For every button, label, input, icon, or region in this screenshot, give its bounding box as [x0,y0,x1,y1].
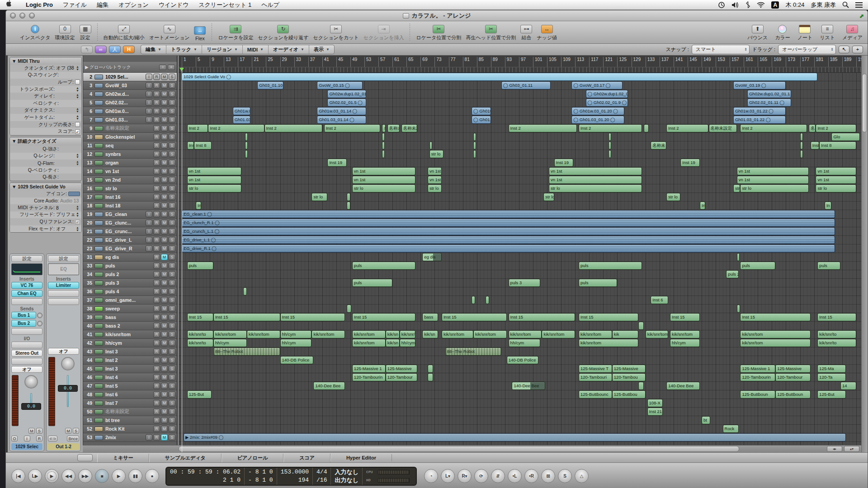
solo-button[interactable]: S [169,74,175,80]
track-header-20[interactable]: 20EG_clunc...IRMS [83,219,177,227]
track-header-34[interactable]: 34puls 2RMS [83,270,177,279]
region-Inst-2[interactable]: Inst 2 [187,124,208,132]
close-button[interactable] [10,13,16,19]
adv-quantize-row[interactable]: Q-レンジ:▲ ▼ [10,153,81,160]
record-enable-button[interactable]: R [153,82,160,89]
region-14[interactable]: 14 [840,382,856,390]
region-fragment[interactable] [473,141,476,150]
minimize-button[interactable] [19,13,25,19]
region-kik[interactable]: kik [612,330,638,338]
region-EG_clunch_R.1-◯[interactable]: EG_clunch_R.1 ◯ [182,219,835,227]
tuner-button[interactable]: ◔ [424,469,438,483]
region-fragment[interactable] [243,287,247,296]
region-fragment[interactable] [609,133,611,141]
region-kik/snr/tom[interactable]: kik/snr/tom [509,330,542,338]
solo-button[interactable]: S [169,202,175,209]
track-lane-9[interactable]: Inst 2Inst 2Inst 2Inst 2名名称未名称未設定Inst 2I… [179,124,861,133]
track-lane-19[interactable]: EG_clean.1 ◯ [179,210,861,219]
global-add-icon[interactable]: + [159,65,166,70]
menu-edit[interactable]: 編集 [92,0,113,10]
track-header-48[interactable]: 48Inst 6RMS [83,390,177,399]
region-125-Massive-T[interactable]: 125-Massive T [579,365,612,373]
region-Inst-2[interactable]: Inst 2 [509,124,577,132]
fullscreen-icon[interactable]: ⬈ [859,13,864,19]
record-enable-button[interactable]: R [153,331,160,338]
track-param-row[interactable]: フリーズモード:プリフェ・▲ ▼ [10,211,81,219]
region-puls[interactable]: puls [352,262,415,270]
midi-thru-row[interactable]: トランスポーズ:▲ ▼ [10,86,81,93]
region-Inst-8[interactable]: Inst 8 [194,141,212,150]
region-vn-1st[interactable]: vn 1st [549,176,642,184]
track-lane-41[interactable]: kik/snr/tokik/snr/tomkik/snr/tomhh/cymki… [179,330,861,339]
region-120-Ta[interactable]: 120-Ta [817,373,845,381]
track-lane-48[interactable]: 125-But125-Buttbounc125-Buttbou125-Buttb… [179,390,861,399]
insert-slot-vc76[interactable]: VC 76 [11,282,42,289]
mute-button[interactable]: M [161,99,168,106]
region-名称未[interactable]: 名称未 [387,124,400,132]
region-In[interactable]: In [825,202,832,210]
region-125-But[interactable]: 125-But [817,390,845,399]
region-1029-Select-Guide-Vo-◯[interactable]: 1029 Select Guide Vo ◯ [182,73,817,81]
midi-thru-row[interactable]: スコア:✓ [10,128,81,135]
mute-button[interactable]: M [161,254,168,260]
region-GvoW_03.15-◯[interactable]: GvoW_03.15 ◯ [317,81,363,89]
midi-thru-row[interactable]: ゲートタイム:▲ ▼ [10,114,81,121]
region-Inst-15[interactable]: Inst 15 [187,313,213,321]
play-button[interactable]: ▶ [112,469,126,483]
colors-button[interactable]: カラー [774,24,792,42]
track-header-6[interactable]: 6Gh01w.0...IRMS [83,107,177,116]
region-125-Buttbou[interactable]: 125-Buttbou [612,390,646,399]
region-kik/snr/tom[interactable]: kik/snr/tom [400,330,415,338]
mute-button[interactable]: M [161,357,168,363]
inspector-button[interactable]: iインスペクタ [19,24,52,42]
track-name[interactable]: Inst 18 [105,203,152,208]
record-enable-button[interactable]: R [153,237,160,243]
local-menu-オーディオ[interactable]: オーディオ▼ [269,45,309,54]
record-enable-button[interactable]: R [153,357,160,363]
track-header-13[interactable]: 13organRMS [83,159,177,167]
solo-button[interactable]: S [169,391,175,398]
mute-button[interactable]: M [161,348,168,355]
solo-button[interactable]: S [169,434,175,441]
cycle-button[interactable]: ⟳ [474,469,488,483]
region-125-Buttboun[interactable]: 125-Buttboun [775,390,811,399]
playhead-marker[interactable] [179,68,184,71]
track-lane-20[interactable]: EG_clunch_R.1 ◯ [179,219,861,227]
region-140-Dee-Bee[interactable]: 140-Dee Bee [666,382,700,390]
lists-button[interactable]: ≡リスト [818,24,836,42]
solo-button[interactable]: S [169,340,175,346]
region-125-But[interactable]: 125-But [187,390,212,399]
mute-button[interactable]: M [161,151,168,157]
eq-thumbnail[interactable] [11,263,42,275]
record-enable-button[interactable]: R [153,228,160,235]
region-hh/cym[interactable]: hh/cym [280,339,312,347]
back-icon[interactable]: ↰ [81,46,93,53]
solo-button[interactable]: S [169,194,175,200]
track-header-9[interactable]: 9名称未設定RMS [83,124,177,133]
solo-button[interactable]: S [169,374,175,380]
track-name[interactable]: EG_clunc... [105,220,145,225]
region-fragment[interactable] [347,305,351,313]
lcd-time-position[interactable]: 00 : 59 : 59 : 06.02 2 1 0 [166,468,245,485]
record-enable-button[interactable]: R [153,211,160,217]
track-param-row[interactable]: アイコン: [10,190,81,197]
region-名称未設定[interactable]: 名称未設定 [401,124,417,132]
track-name[interactable]: puls 2 [105,272,152,277]
mute-button[interactable]: M [161,211,168,217]
track-lane-35[interactable]: pulspuls 3puls [179,279,861,287]
solo-button[interactable]: S [169,168,175,174]
region-vn-1st[interactable]: vn 1st [187,176,241,184]
mute-button[interactable]: M [161,168,168,174]
track-param-row[interactable]: MIDI チャンネル:8▲ ▼ [10,204,81,211]
menu-list-icon[interactable] [855,2,863,8]
record-enable-button[interactable]: R [153,340,160,346]
region-125-Massive[interactable]: 125-Massive [775,365,811,373]
region-◯-Gh02.02_01.9-◯[interactable]: ◯ Gh02.02_01.9 ◯ [586,99,628,107]
input-monitor-button[interactable]: I [146,117,152,123]
mute-button[interactable]: M [161,417,168,423]
param-value[interactable]: 8 [56,205,76,211]
region-◯-Gh02w.dup1.02_0[interactable]: ◯ Gh02w.dup1.02_0 [586,90,628,98]
output-slot[interactable]: Stereo Out [11,350,42,357]
region-str-lo[interactable]: str lo [740,184,809,192]
h-zoom-slider[interactable]: ◂▸ [827,446,842,452]
